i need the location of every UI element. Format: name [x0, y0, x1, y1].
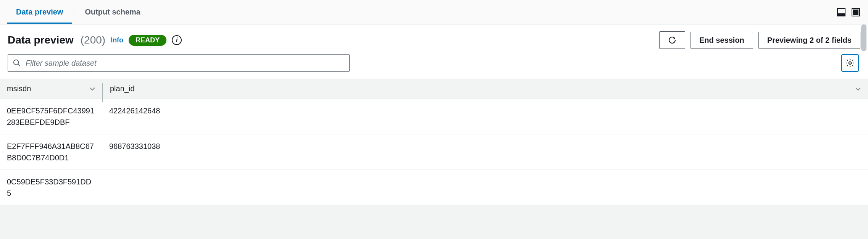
refresh-button[interactable] [659, 31, 685, 49]
previewing-fields-button[interactable]: Previewing 2 of 2 fields [758, 32, 860, 49]
tab-divider [74, 6, 74, 18]
cell-plan-id: 968763331038 [102, 134, 868, 170]
status-info-icon[interactable]: i [172, 35, 182, 45]
svg-rect-1 [837, 13, 845, 16]
cell-msisdn: 0C59DE5F33D3F591DD5 [0, 170, 102, 205]
end-session-button[interactable]: End session [691, 32, 753, 49]
tab-data-preview[interactable]: Data preview [7, 1, 72, 23]
svg-line-5 [18, 64, 20, 66]
column-label: plan_id [110, 84, 135, 93]
gear-icon [845, 58, 855, 68]
search-icon [13, 59, 21, 67]
cell-msisdn: 0EE9CF575F6DFC43991283EBEFDE9DBF [0, 99, 102, 134]
status-badge: READY [129, 35, 166, 46]
table-body: 0EE9CF575F6DFC43991283EBEFDE9DBF 4224261… [0, 99, 868, 205]
refresh-icon [668, 36, 677, 45]
sort-icon[interactable] [89, 86, 95, 92]
header-row: Data preview (200) Info READY i End sess… [0, 24, 868, 49]
row-count: (200) [81, 34, 105, 46]
tab-output-schema[interactable]: Output schema [76, 1, 150, 23]
column-header-plan-id[interactable]: plan_id [103, 79, 868, 99]
column-label: msisdn [7, 84, 31, 93]
settings-button[interactable] [841, 54, 859, 72]
maximize-icon[interactable] [850, 7, 861, 18]
tab-bar: Data preview Output schema [0, 0, 868, 24]
cell-msisdn: E2F7FFF946A31AB8C67B8D0C7B74D0D1 [0, 134, 102, 170]
data-preview-panel: Data preview Output schema Data preview … [0, 0, 868, 205]
filter-input[interactable] [26, 59, 345, 68]
table-row: 0C59DE5F33D3F591DD5 [0, 170, 868, 205]
page-title: Data preview [8, 34, 74, 46]
panel-layout-icon[interactable] [836, 7, 847, 18]
info-link[interactable]: Info [111, 36, 123, 44]
cell-plan-id: 422426142648 [102, 99, 868, 134]
svg-point-6 [849, 62, 852, 65]
table-header: msisdn plan_id [0, 79, 868, 99]
table-row: 0EE9CF575F6DFC43991283EBEFDE9DBF 4224261… [0, 99, 868, 134]
svg-rect-3 [853, 10, 858, 15]
vertical-scrollbar[interactable] [861, 24, 866, 51]
sort-icon[interactable] [855, 86, 861, 92]
cell-plan-id [102, 170, 868, 205]
data-table: msisdn plan_id 0EE9CF575F6DFC43991283EBE… [0, 79, 868, 205]
filter-row [0, 49, 868, 79]
svg-point-4 [14, 60, 19, 65]
table-row: E2F7FFF946A31AB8C67B8D0C7B74D0D1 9687633… [0, 134, 868, 170]
column-header-msisdn[interactable]: msisdn [0, 79, 102, 99]
filter-box [8, 54, 350, 72]
